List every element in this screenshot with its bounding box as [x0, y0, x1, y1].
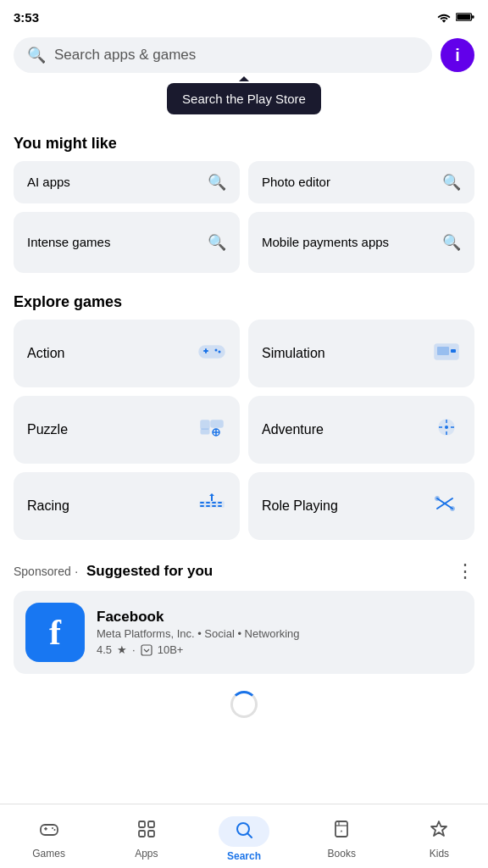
app-logo: f [25, 603, 85, 662]
svg-rect-31 [218, 505, 222, 507]
nav-kids-label: Kids [430, 848, 449, 860]
nav-kids[interactable]: Kids [391, 814, 488, 860]
category-role-playing[interactable]: Role Playing [248, 472, 474, 540]
svg-rect-2 [457, 14, 470, 19]
category-label: Racing [27, 498, 69, 514]
suggestion-intense-games[interactable]: Intense games 🔍 [14, 212, 240, 273]
nav-games[interactable]: Games [0, 814, 97, 860]
svg-rect-24 [200, 502, 204, 504]
svg-rect-30 [212, 505, 216, 507]
nav-search-label: Search [227, 850, 261, 862]
search-icon-small: 🔍 [208, 233, 226, 252]
facebook-app-card[interactable]: f Facebook Meta Platforms, Inc. • Social… [14, 591, 474, 674]
suggestion-mobile-payments[interactable]: Mobile payments apps 🔍 [248, 212, 474, 273]
search-icon-small: 🔍 [208, 173, 226, 192]
svg-rect-26 [212, 502, 216, 504]
nav-apps-label: Apps [135, 848, 158, 860]
svg-rect-25 [206, 502, 210, 504]
svg-rect-38 [141, 645, 152, 655]
svg-marker-33 [209, 493, 214, 496]
category-adventure[interactable]: Adventure [248, 396, 474, 464]
svg-point-7 [219, 351, 221, 353]
category-label: Action [27, 346, 64, 361]
tooltip-container: Search the Play Store [0, 83, 488, 114]
nav-books-label: Books [328, 848, 356, 860]
category-puzzle[interactable]: Puzzle [14, 396, 240, 464]
app-name: Facebook [97, 609, 463, 626]
sponsored-label: Sponsored [14, 565, 71, 578]
suggestion-label: Photo editor [262, 174, 442, 191]
you-might-like-header: You might like [0, 121, 488, 161]
category-label: Role Playing [262, 498, 338, 514]
search-placeholder: Search apps & games [54, 47, 419, 64]
search-bar-container: 🔍 Search apps & games i [0, 31, 488, 83]
search-tooltip: Search the Play Store [167, 83, 321, 114]
games-grid: Action Simulation [0, 320, 488, 554]
avatar[interactable]: i [441, 38, 474, 72]
category-label: Simulation [262, 346, 325, 361]
svg-point-43 [53, 829, 55, 831]
svg-point-37 [451, 507, 455, 511]
svg-rect-12 [201, 429, 209, 434]
explore-games-header: Explore games [0, 280, 488, 320]
svg-rect-41 [45, 826, 47, 830]
svg-rect-27 [218, 502, 222, 504]
puzzle-icon [197, 416, 226, 443]
search-icon-small: 🔍 [442, 173, 461, 192]
rating-value: 4.5 [97, 643, 112, 656]
download-count: 10B+ [158, 643, 184, 656]
status-bar: 3:53 [0, 0, 488, 31]
category-label: Adventure [262, 422, 324, 437]
svg-rect-5 [205, 348, 207, 353]
suggestion-label: Intense games [27, 234, 208, 251]
apps-icon [136, 819, 157, 844]
svg-marker-53 [431, 821, 446, 836]
simulation-icon [432, 340, 461, 367]
svg-rect-10 [451, 349, 456, 353]
download-icon [141, 644, 152, 656]
search-nav-icon [234, 820, 254, 840]
category-racing[interactable]: Racing [14, 472, 240, 540]
books-icon [331, 819, 352, 844]
svg-rect-29 [206, 505, 210, 507]
suggestion-ai-apps[interactable]: AI apps 🔍 [14, 161, 240, 203]
star-icon: ★ [117, 643, 127, 656]
status-time: 3:53 [14, 10, 39, 25]
svg-point-6 [215, 349, 218, 352]
role-playing-icon [432, 492, 461, 520]
svg-rect-47 [148, 831, 154, 837]
nav-games-label: Games [32, 848, 65, 860]
bottom-nav: Games Apps Search [0, 804, 488, 868]
kids-icon [429, 819, 449, 844]
suggestion-label: AI apps [27, 174, 208, 191]
category-label: Puzzle [27, 422, 68, 437]
racing-icon [197, 492, 226, 520]
nav-apps[interactable]: Apps [97, 814, 195, 860]
svg-rect-44 [139, 821, 145, 827]
svg-point-36 [435, 497, 440, 501]
svg-rect-50 [336, 821, 347, 837]
svg-point-18 [445, 426, 448, 429]
wifi-icon [435, 11, 452, 23]
category-simulation[interactable]: Simulation [248, 320, 474, 387]
action-icon [197, 340, 226, 367]
nav-search[interactable]: Search [195, 811, 292, 862]
rating-separator: · [132, 643, 136, 656]
svg-line-49 [248, 833, 252, 837]
svg-rect-9 [437, 347, 449, 355]
svg-rect-46 [139, 831, 145, 837]
svg-rect-1 [472, 15, 474, 18]
svg-rect-45 [148, 821, 154, 827]
sponsored-header: Sponsored · Suggested for you ⋮ [0, 554, 488, 591]
search-icon: 🔍 [27, 46, 46, 64]
app-developer: Meta Platforms, Inc. • Social • Networki… [97, 627, 463, 640]
category-action[interactable]: Action [14, 320, 240, 387]
adventure-icon [432, 416, 461, 443]
svg-point-42 [52, 827, 53, 829]
svg-rect-11 [201, 420, 209, 429]
suggestion-photo-editor[interactable]: Photo editor 🔍 [248, 161, 474, 203]
nav-books[interactable]: Books [293, 814, 391, 860]
more-options-icon[interactable]: ⋮ [456, 560, 474, 582]
search-bar[interactable]: 🔍 Search apps & games [14, 37, 432, 73]
sponsored-title: Suggested for you [86, 563, 213, 579]
